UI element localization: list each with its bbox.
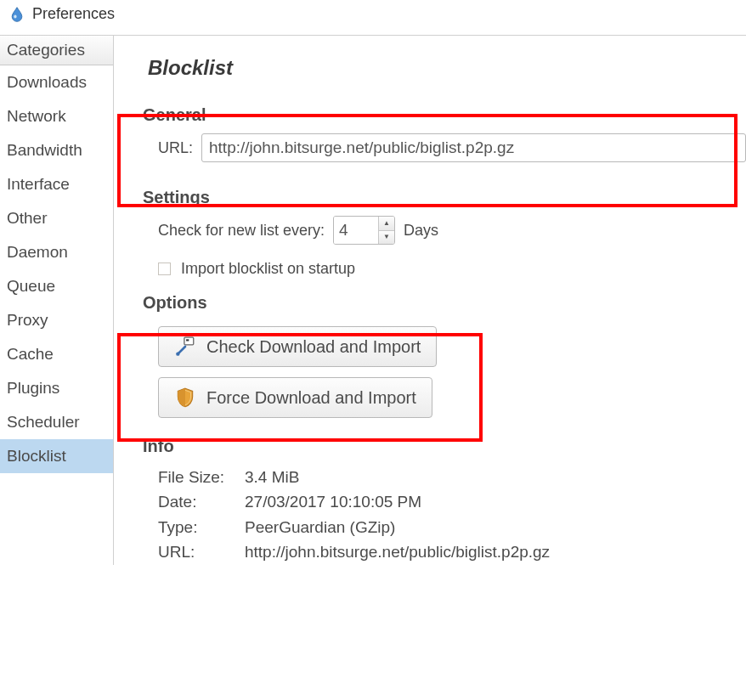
sidebar-item-bandwidth[interactable]: Bandwidth bbox=[0, 133, 113, 167]
svg-point-3 bbox=[176, 353, 179, 356]
sidebar-item-plugins[interactable]: Plugins bbox=[0, 371, 113, 405]
sidebar-item-blocklist[interactable]: Blocklist bbox=[0, 439, 113, 473]
sidebar-item-interface[interactable]: Interface bbox=[0, 167, 113, 201]
info-table: File Size:3.4 MiBDate:27/03/2017 10:10:0… bbox=[158, 465, 746, 565]
spinner-down-button[interactable]: ▼ bbox=[379, 231, 394, 245]
sidebar: Categories DownloadsNetworkBandwidthInte… bbox=[0, 36, 114, 565]
section-settings-heading: Settings bbox=[143, 188, 746, 207]
info-value: PeerGuardian (GZip) bbox=[245, 515, 395, 539]
check-download-import-button[interactable]: Check Download and Import bbox=[158, 326, 437, 367]
check-interval-spinner[interactable]: ▲ ▼ bbox=[333, 216, 395, 245]
svg-rect-2 bbox=[186, 339, 189, 341]
import-startup-checkbox[interactable] bbox=[158, 262, 171, 275]
info-value: 3.4 MiB bbox=[245, 465, 299, 489]
sidebar-item-daemon[interactable]: Daemon bbox=[0, 235, 113, 269]
check-interval-unit: Days bbox=[404, 222, 438, 240]
spinner-up-button[interactable]: ▲ bbox=[379, 217, 394, 231]
info-label: URL: bbox=[158, 539, 240, 564]
url-row: URL: bbox=[158, 133, 746, 162]
info-value: 27/03/2017 10:10:05 PM bbox=[245, 489, 421, 514]
info-row: URL:http://john.bitsurge.net/public/bigl… bbox=[158, 539, 746, 564]
sidebar-item-proxy[interactable]: Proxy bbox=[0, 303, 113, 337]
sidebar-item-queue[interactable]: Queue bbox=[0, 269, 113, 303]
app-droplet-icon bbox=[8, 6, 25, 23]
titlebar: Preferences bbox=[0, 0, 746, 35]
force-download-import-label: Force Download and Import bbox=[206, 388, 416, 408]
url-label: URL: bbox=[158, 139, 193, 157]
sidebar-item-cache[interactable]: Cache bbox=[0, 337, 113, 371]
info-label: File Size: bbox=[158, 465, 240, 489]
info-row: Date:27/03/2017 10:10:05 PM bbox=[158, 489, 746, 514]
import-startup-label: Import blocklist on startup bbox=[181, 260, 355, 278]
info-label: Date: bbox=[158, 489, 240, 514]
section-options-heading: Options bbox=[143, 293, 746, 313]
info-label: Type: bbox=[158, 515, 240, 539]
url-input[interactable] bbox=[201, 133, 746, 162]
check-interval-label: Check for new list every: bbox=[158, 222, 325, 240]
check-download-import-label: Check Download and Import bbox=[206, 337, 421, 357]
check-interval-input[interactable] bbox=[334, 217, 378, 244]
force-download-import-button[interactable]: Force Download and Import bbox=[158, 377, 432, 418]
main-area: Categories DownloadsNetworkBandwidthInte… bbox=[0, 35, 746, 565]
section-general-heading: General bbox=[143, 105, 746, 125]
section-info-heading: Info bbox=[143, 437, 746, 456]
svg-rect-1 bbox=[184, 337, 194, 345]
info-row: File Size:3.4 MiB bbox=[158, 465, 746, 489]
sidebar-item-other[interactable]: Other bbox=[0, 201, 113, 235]
sidebar-header: Categories bbox=[0, 36, 113, 65]
sidebar-item-scheduler[interactable]: Scheduler bbox=[0, 405, 113, 439]
sidebar-item-downloads[interactable]: Downloads bbox=[0, 65, 113, 99]
info-row: Type:PeerGuardian (GZip) bbox=[158, 515, 746, 539]
check-interval-row: Check for new list every: ▲ ▼ Days bbox=[158, 216, 746, 245]
window-title: Preferences bbox=[32, 5, 115, 23]
panel-title: Blocklist bbox=[148, 56, 746, 80]
sidebar-item-network[interactable]: Network bbox=[0, 99, 113, 133]
shield-icon bbox=[174, 387, 196, 409]
content-panel: Blocklist General URL: Settings Check fo… bbox=[114, 36, 746, 565]
svg-point-0 bbox=[14, 14, 16, 18]
import-startup-row[interactable]: Import blocklist on startup bbox=[158, 260, 746, 278]
key-icon bbox=[174, 336, 196, 358]
info-value: http://john.bitsurge.net/public/biglist.… bbox=[245, 539, 550, 564]
